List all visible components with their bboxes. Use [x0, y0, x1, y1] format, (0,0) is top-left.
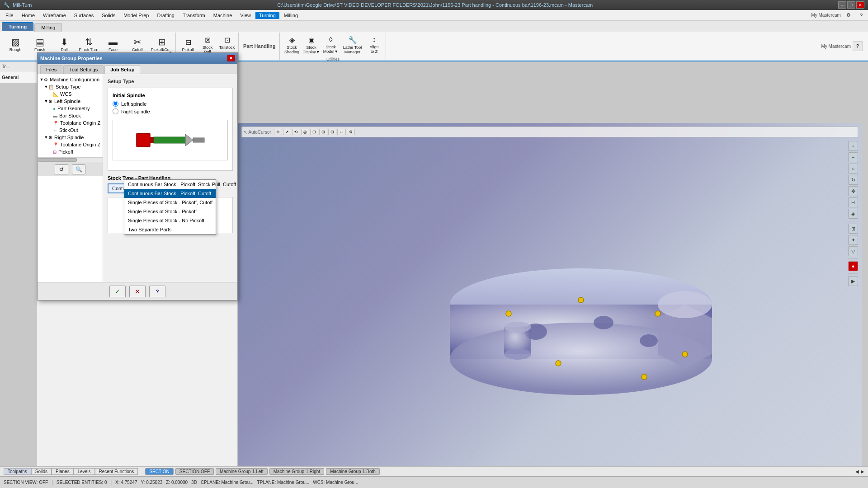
menu-drafting[interactable]: Drafting [153, 12, 178, 19]
nav-back-button[interactable]: ↺ [55, 164, 68, 174]
dropdown-option-5[interactable]: Single Pieces of Stock - No Pickoff [124, 216, 216, 225]
dialog-tab-files[interactable]: Files [40, 65, 62, 74]
tab-planes[interactable]: Planes [52, 468, 74, 475]
tab-solids[interactable]: Solids [31, 468, 52, 475]
vp-fit[interactable]: ○ [848, 164, 858, 174]
section-off-button[interactable]: SECTION OFF [175, 468, 214, 475]
tree-machine-config[interactable]: ▼ ⚙ Machine Configuration [38, 76, 103, 83]
minimize-button[interactable]: ─ [838, 1, 846, 9]
stock-display-button[interactable]: ◉ StockDisplay▼ [302, 33, 321, 56]
settings-button[interactable]: ⚙ [843, 11, 854, 19]
vp-pan[interactable]: ✥ [848, 186, 858, 196]
pickoff-icon: ⊟ [185, 38, 191, 47]
cancel-button[interactable]: ✕ [129, 286, 146, 297]
tree-pickoff[interactable]: ⊟ Pickoff [38, 148, 103, 155]
vp-btn-1[interactable]: ⊕ [274, 129, 282, 135]
menu-turning[interactable]: Turning [255, 12, 279, 19]
stock-model-button[interactable]: ◊ StockModel▼ [321, 33, 340, 56]
vp-zoom-in[interactable]: + [848, 141, 858, 151]
vp-btn-2[interactable]: ↗ [283, 129, 291, 135]
vp-btn-4[interactable]: ◎ [301, 129, 309, 135]
right-spindle-input[interactable] [113, 108, 118, 114]
stock-shading-button[interactable]: ◈ StockShading [283, 33, 302, 56]
tab-recent-functions[interactable]: Recent Functions [95, 468, 138, 475]
vp-expand[interactable]: ▶ [848, 276, 858, 286]
dropdown-option-6[interactable]: Two Separate Parts [124, 225, 216, 234]
vp-shading[interactable]: ◈ [848, 209, 858, 219]
dialog-tab-job-setup[interactable]: Job Setup [104, 65, 140, 74]
dropdown-option-4[interactable]: Single Pieces of Stock - Pickoff [124, 207, 216, 216]
menu-model-prep[interactable]: Model Prep [120, 12, 152, 19]
rough-button[interactable]: ▨ Rough [4, 33, 27, 56]
vp-btn-3[interactable]: ⟲ [292, 129, 300, 135]
maximize-button[interactable]: □ [847, 1, 855, 9]
vp-rotate[interactable]: ↻ [848, 175, 858, 185]
help-button[interactable]: ? [856, 12, 866, 19]
menu-surfaces[interactable]: Surfaces [71, 12, 97, 19]
help-button[interactable]: ? [149, 286, 165, 297]
machine-group-right-button[interactable]: Machine Group-1.Right [269, 468, 324, 475]
vp-btn-5[interactable]: ⊡ [310, 129, 318, 135]
next-page[interactable]: ▶ [861, 469, 864, 474]
part-handling-area: Part Handling [240, 33, 280, 60]
menu-home[interactable]: Home [18, 12, 38, 19]
tree-toolplane-left[interactable]: 📍 Toolplane Origin Z [38, 119, 103, 127]
align-to-z-button[interactable]: ↕ Alignto Z [365, 33, 384, 56]
tab-levels[interactable]: Levels [74, 468, 95, 475]
dropdown-option-1[interactable]: Continuous Bar Stock - Pickoff, Stock Pu… [124, 180, 216, 189]
vp-btn-7[interactable]: ⊟ [328, 129, 336, 135]
tree-part-geometry[interactable]: ● Part Geometry [38, 105, 103, 112]
left-tab-general[interactable]: General [0, 72, 37, 83]
tree-setup-type[interactable]: ▼ 📋 Setup Type [38, 83, 103, 90]
nav-search-button[interactable]: 🔍 [72, 164, 85, 174]
tree-right-spindle[interactable]: ▼ ⚙ Right Spindle [38, 134, 103, 141]
menu-wireframe[interactable]: Wireframe [39, 12, 70, 19]
tree-toolplane-right[interactable]: 📍 Toolplane Origin Z [38, 141, 103, 148]
dropdown-option-3[interactable]: Single Pieces of Stock - Pickoff, Cutoff [124, 198, 216, 207]
dialog-tab-tool-settings[interactable]: Tool Settings [63, 65, 104, 74]
vp-view-h[interactable]: H [848, 197, 858, 207]
menu-solids[interactable]: Solids [98, 12, 119, 19]
app-name: Mill-Turn [13, 2, 32, 8]
vp-filter[interactable]: ▽ [848, 246, 858, 256]
menu-milling[interactable]: Milling [280, 12, 302, 19]
left-spindle-input[interactable] [113, 101, 118, 107]
vp-btn-8[interactable]: ↔ [337, 129, 346, 135]
svg-rect-24 [150, 137, 154, 143]
right-spindle-radio[interactable]: Right spindle [113, 108, 228, 114]
vp-btn-9[interactable]: ⚙ [347, 129, 355, 135]
left-spindle-radio[interactable]: Left spindle [113, 101, 228, 107]
bottombar: SECTION VIEW: OFF | SELECTED ENTITIES: 0… [0, 476, 868, 488]
menu-machine[interactable]: Machine [210, 12, 236, 19]
vp-zoom-out[interactable]: − [848, 152, 858, 162]
menu-file[interactable]: File [2, 12, 17, 19]
ribbon-tab-turning[interactable]: Turning [2, 22, 33, 32]
dropdown-option-2[interactable]: Continuous Bar Stock - Pickoff, Cutoff [124, 189, 216, 198]
tree-left-spindle[interactable]: ▼ ⚙ Left Spindle [38, 98, 103, 105]
tree-wcs[interactable]: 📐 WCS [38, 90, 103, 98]
ribbon-help-btn[interactable]: ? [853, 41, 863, 51]
ribbon-tab-milling[interactable]: Milling [34, 23, 62, 32]
svg-point-7 [640, 334, 658, 347]
toolplane-icon: 📍 [53, 121, 58, 126]
stock-model-label: StockModel▼ [323, 45, 338, 54]
close-button[interactable]: ✕ [856, 1, 864, 9]
ok-button[interactable]: ✓ [109, 286, 126, 297]
menu-view[interactable]: View [236, 12, 255, 19]
left-tab-to[interactable]: To... [0, 61, 37, 72]
machine-group-both-button[interactable]: Machine Group-1.Both [326, 468, 380, 475]
machine-group-left-button[interactable]: Machine Group-1.Left [216, 468, 268, 475]
tree-scrollbar[interactable] [38, 157, 103, 162]
vp-btn-6[interactable]: ⊞ [319, 129, 327, 135]
dialog-close-button[interactable]: ✕ [227, 55, 235, 61]
vp-x-ray[interactable]: ✦ [848, 235, 858, 245]
menu-transform[interactable]: Transform [179, 12, 209, 19]
tree-stickout[interactable]: ↔ StickOut [38, 127, 103, 134]
tab-toolpaths[interactable]: Toolpaths [4, 468, 31, 475]
lathe-tool-manager-button[interactable]: 🔧 Lathe ToolManager [341, 33, 364, 56]
vp-section[interactable]: ⊞ [848, 224, 858, 234]
prev-page[interactable]: ◀ [855, 469, 859, 474]
setup-type-heading: Setup Type [108, 79, 233, 84]
tree-bar-stock[interactable]: ▬ Bar Stock [38, 112, 103, 119]
section-button[interactable]: SECTION [145, 468, 173, 475]
